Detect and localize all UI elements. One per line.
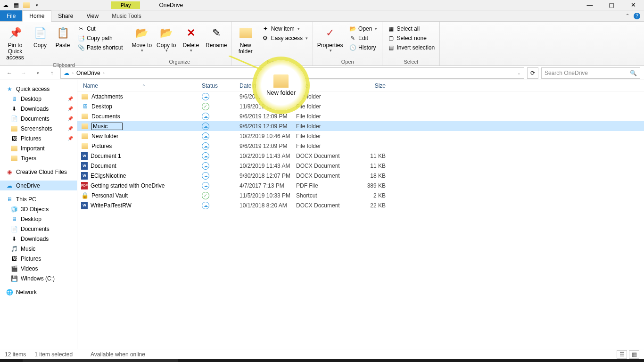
col-name[interactable]: Name ⌃ [80, 82, 202, 89]
maximize-button[interactable]: ▢ [601, 0, 622, 10]
col-status[interactable]: Status [202, 82, 239, 89]
paste-button[interactable]: 📋 Paste [53, 24, 73, 49]
qat-chevron-icon[interactable]: ▾ [33, 1, 41, 9]
file-row[interactable]: ☁9/6/2019 12:09 PMFile folder [77, 121, 644, 131]
up-button[interactable]: ↑ [46, 67, 58, 79]
nav-music[interactable]: 🎵Music [0, 244, 77, 254]
start-button[interactable]: ⊞ [0, 359, 23, 362]
copy-path-button[interactable]: 📑Copy path [75, 34, 125, 42]
file-type: File folder [296, 93, 353, 100]
close-button[interactable]: ✕ [622, 0, 644, 10]
nav-network[interactable]: 🌐Network [0, 287, 77, 297]
new-folder-button[interactable]: New folder [234, 24, 257, 55]
status-availability: Available when online [91, 351, 145, 358]
folder-icon [81, 123, 89, 130]
new-folder-icon [238, 25, 253, 41]
file-type: File folder [296, 103, 353, 110]
nav-tigers[interactable]: Tigers [0, 153, 77, 163]
tab-share[interactable]: Share [51, 10, 80, 21]
copy-to-button[interactable]: 📂 Copy to [156, 24, 177, 53]
invert-selection-button[interactable]: ▤Invert selection [385, 43, 437, 52]
select-none-button[interactable]: ▢Select none [385, 34, 437, 42]
forward-button[interactable]: → [18, 67, 29, 79]
nav-windows-c[interactable]: 💾Windows (C:) [0, 273, 77, 283]
nav-downloads[interactable]: ⬇Downloads📌 [0, 104, 77, 114]
delete-button[interactable]: ✕ Delete [180, 24, 202, 53]
search-box[interactable]: Search OneDrive 🔍 [541, 67, 640, 79]
file-row[interactable]: New folder☁10/2/2019 10:46 AMFile folder [77, 131, 644, 141]
music-icon: 🎵 [10, 245, 18, 253]
edit-button[interactable]: ✎Edit [347, 34, 379, 42]
nav-quick-access[interactable]: ★Quick access [0, 84, 77, 94]
view-thumbnails-button[interactable]: ▦ [629, 350, 639, 359]
file-row[interactable]: 🖥Desktop✓11/9/2019 12:16 PMFile folder [77, 101, 644, 111]
tab-view[interactable]: View [80, 10, 105, 21]
drive-icon: 💾 [10, 275, 18, 282]
taskbar-chrome-icon[interactable] [223, 359, 246, 362]
nav-downloads-2[interactable]: ⬇Downloads [0, 234, 77, 244]
back-button[interactable]: ← [4, 67, 15, 79]
breadcrumb-onedrive[interactable]: OneDrive [76, 70, 100, 76]
nav-onedrive[interactable]: ☁OneDrive [0, 181, 77, 190]
copy-button[interactable]: 📄 Copy [30, 24, 50, 49]
nav-this-pc[interactable]: 🖥This PC [0, 194, 77, 204]
taskbar-app-icon[interactable] [246, 359, 269, 362]
history-button[interactable]: 🕓History [347, 43, 379, 52]
file-row[interactable]: Documents☁9/6/2019 12:09 PMFile folder [77, 111, 644, 121]
tab-music-tools[interactable]: Music Tools [105, 10, 148, 21]
ribbon-collapse-icon[interactable]: ⌃ [625, 13, 630, 19]
file-row[interactable]: Attachments☁9/6/2019 12:09 PMFile folder [77, 91, 644, 101]
refresh-button[interactable]: ⟳ [527, 67, 538, 79]
properties-button[interactable]: ✓ Properties [316, 24, 344, 53]
taskbar-search[interactable]: Type here to search 🎤 [23, 359, 178, 362]
task-view-button[interactable]: ◻◻ [178, 359, 201, 362]
nav-important[interactable]: Important [0, 143, 77, 153]
status-icon: ☁ [202, 142, 209, 150]
file-size: 2 KB [353, 192, 386, 199]
pin-quick-access-button[interactable]: 📌 Pin to Quick access [3, 24, 27, 61]
cut-button[interactable]: ✂Cut [75, 25, 125, 33]
nav-desktop-2[interactable]: 🖥Desktop [0, 214, 77, 224]
nav-desktop[interactable]: 🖥Desktop📌 [0, 94, 77, 104]
nav-pictures-2[interactable]: 🖼Pictures [0, 254, 77, 263]
new-item-button[interactable]: ✦New item [260, 25, 310, 33]
rename-button[interactable]: ✎ Rename [205, 24, 228, 49]
easy-access-button[interactable]: ⚙Easy access [260, 34, 310, 42]
file-row[interactable]: WDocument 1☁10/2/2019 11:43 AMDOCX Docum… [77, 151, 644, 161]
tab-file[interactable]: File [0, 10, 22, 21]
qat-newfolder-icon[interactable] [23, 1, 30, 9]
qat-properties-icon[interactable]: ▦ [12, 1, 20, 9]
nav-documents-2[interactable]: 📄Documents [0, 224, 77, 234]
minimize-button[interactable]: — [579, 0, 601, 10]
invert-icon: ▤ [387, 44, 395, 51]
file-row[interactable]: WECigsNicotine☁9/30/2018 12:07 PMDOCX Do… [77, 171, 644, 181]
file-row[interactable]: PDFGetting started with OneDrive☁4/7/201… [77, 181, 644, 190]
nav-screenshots[interactable]: Screenshots📌 [0, 123, 77, 133]
nav-documents[interactable]: 📄Documents📌 [0, 114, 77, 123]
file-type: Shortcut [296, 192, 353, 199]
file-row[interactable]: 🔒Personal Vault✓11/5/2019 10:33 PMShortc… [77, 190, 644, 200]
navigation-pane[interactable]: ★Quick access 🖥Desktop📌 ⬇Downloads📌 📄Doc… [0, 80, 77, 349]
rename-input[interactable] [91, 123, 123, 130]
help-icon[interactable]: ? [634, 13, 640, 19]
file-name: Pictures [91, 143, 112, 149]
recent-dropdown[interactable]: ▾ [32, 67, 43, 79]
move-to-button[interactable]: 📂 Move to [131, 24, 153, 53]
status-icon: ✓ [202, 103, 209, 110]
nav-creative-cloud[interactable]: ◉Creative Cloud Files [0, 167, 77, 177]
open-button[interactable]: 📂Open [347, 25, 379, 33]
file-row[interactable]: Pictures☁9/6/2019 12:09 PMFile folder [77, 141, 644, 151]
nav-videos[interactable]: 🎬Videos [0, 263, 77, 273]
nav-pictures[interactable]: 🖼Pictures📌 [0, 133, 77, 143]
callout-new-folder: New folder [256, 60, 306, 110]
tab-home[interactable]: Home [22, 10, 51, 22]
view-details-button[interactable]: ☰ [617, 350, 627, 359]
nav-3d-objects[interactable]: 🧊3D Objects [0, 204, 77, 214]
paste-shortcut-button[interactable]: 📎Paste shortcut [75, 43, 125, 52]
file-row[interactable]: WWritePalTestRW☁10/1/2018 8:20 AMDOCX Do… [77, 200, 644, 210]
contextual-tab-play[interactable]: Play [111, 1, 140, 9]
taskbar-explorer-icon[interactable] [201, 359, 223, 362]
select-all-button[interactable]: ▦Select all [385, 25, 437, 33]
col-size[interactable]: Size [353, 82, 386, 89]
file-row[interactable]: WDocument☁10/2/2019 11:43 AMDOCX Documen… [77, 161, 644, 171]
